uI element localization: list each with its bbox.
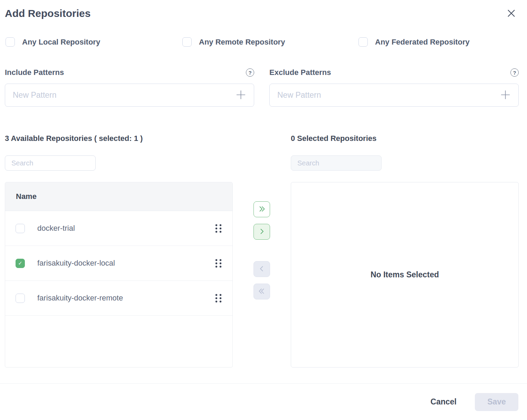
table-row: docker-trial — [5, 211, 232, 246]
row-checkbox[interactable] — [16, 224, 25, 233]
repository-name: docker-trial — [37, 224, 214, 233]
selected-repositories-list: No Items Selected — [291, 182, 519, 368]
available-search-input[interactable] — [5, 155, 96, 171]
move-right-button[interactable] — [253, 224, 270, 240]
chevron-left-icon — [257, 264, 266, 274]
table-row: farisakuity-docker-remote — [5, 281, 232, 316]
include-patterns-label: Include Patterns — [5, 68, 64, 77]
move-left-button[interactable] — [253, 261, 270, 277]
drag-handle-icon[interactable] — [214, 259, 222, 268]
save-button[interactable]: Save — [475, 393, 518, 411]
exclude-patterns-label: Exclude Patterns — [269, 68, 331, 77]
move-all-left-button[interactable] — [253, 284, 270, 299]
available-repositories-heading: 3 Available Repositories ( selected: 1 ) — [5, 134, 233, 144]
help-icon[interactable]: ? — [246, 68, 254, 77]
drag-handle-icon[interactable] — [214, 224, 222, 233]
cancel-button[interactable]: Cancel — [431, 397, 457, 407]
transfer-buttons — [253, 201, 270, 299]
checkbox-label: Any Local Repository — [22, 38, 100, 47]
available-repositories-panel: 3 Available Repositories ( selected: 1 )… — [5, 134, 233, 368]
selected-search-input[interactable] — [291, 155, 382, 171]
row-checkbox[interactable] — [16, 294, 25, 303]
plus-icon — [236, 89, 246, 101]
table-row: ✓ farisakuity-docker-local — [5, 246, 232, 281]
available-repositories-table: Name docker-trial ✓ farisakuity-docker-l… — [5, 182, 233, 368]
chevron-right-icon — [257, 227, 266, 237]
help-icon[interactable]: ? — [510, 68, 519, 77]
double-chevron-left-icon — [257, 287, 266, 297]
close-button[interactable] — [505, 8, 517, 20]
table-header-name: Name — [5, 182, 232, 211]
checkbox-unchecked-icon — [358, 37, 368, 47]
checkbox-label: Any Remote Repository — [199, 38, 285, 47]
row-checkbox-checked[interactable]: ✓ — [16, 259, 25, 268]
exclude-pattern-input[interactable] — [277, 90, 500, 100]
dialog-footer: Cancel Save — [0, 383, 527, 420]
repository-type-filters: Any Local Repository Any Remote Reposito… — [6, 37, 470, 47]
add-exclude-pattern-button[interactable] — [500, 90, 511, 101]
any-remote-repository-checkbox[interactable]: Any Remote Repository — [182, 37, 358, 47]
exclude-patterns-section: Exclude Patterns ? — [269, 68, 519, 107]
selected-repositories-heading: 0 Selected Repositories — [291, 134, 519, 144]
include-pattern-input[interactable] — [13, 90, 235, 100]
add-include-pattern-button[interactable] — [235, 90, 246, 101]
exclude-pattern-field — [269, 84, 519, 107]
checkbox-label: Any Federated Repository — [375, 38, 470, 47]
any-local-repository-checkbox[interactable]: Any Local Repository — [6, 37, 182, 47]
close-icon — [506, 8, 517, 20]
move-all-right-button[interactable] — [253, 201, 270, 217]
any-federated-repository-checkbox[interactable]: Any Federated Repository — [358, 37, 470, 47]
selected-repositories-panel: 0 Selected Repositories No Items Selecte… — [291, 134, 519, 368]
dialog-title: Add Repositories — [5, 8, 90, 19]
checkbox-unchecked-icon — [6, 37, 15, 47]
include-pattern-field — [5, 84, 254, 107]
repository-name: farisakuity-docker-local — [37, 259, 214, 268]
add-repositories-dialog: Add Repositories Any Local Repository An… — [0, 0, 527, 420]
patterns-section: Include Patterns ? Exclude Patterns ? — [5, 68, 519, 107]
repository-name: farisakuity-docker-remote — [37, 294, 214, 303]
double-chevron-right-icon — [257, 204, 266, 214]
checkbox-unchecked-icon — [182, 37, 192, 47]
drag-handle-icon[interactable] — [214, 294, 222, 303]
plus-icon — [500, 89, 511, 101]
include-patterns-section: Include Patterns ? — [5, 68, 254, 107]
empty-state-message: No Items Selected — [371, 270, 439, 279]
